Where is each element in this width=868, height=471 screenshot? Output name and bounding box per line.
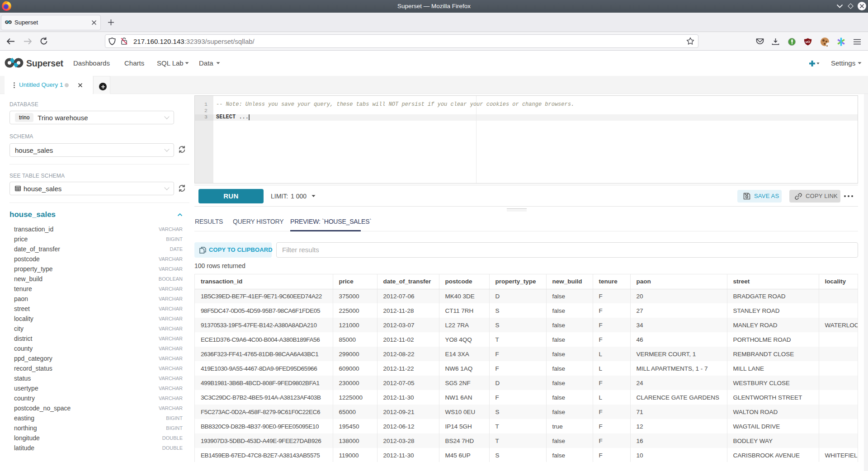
svg-text:uO: uO (806, 40, 811, 44)
